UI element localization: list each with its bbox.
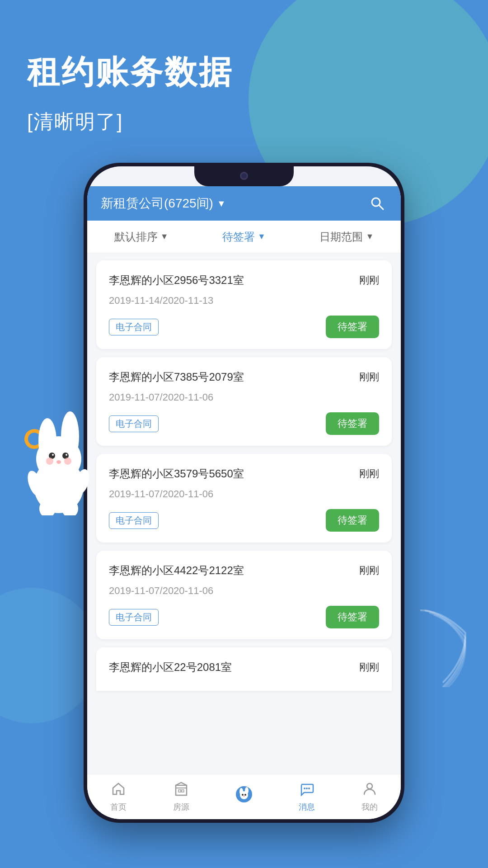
svg-point-7 [36, 436, 81, 481]
nav-rabbit[interactable] [221, 785, 267, 809]
nav-messages-label: 消息 [299, 802, 315, 812]
rabbit-icon [235, 785, 253, 807]
filter-date-label: 日期范围 [319, 230, 363, 244]
card-1-time: 刚刚 [359, 274, 379, 287]
card-3-address: 李恩辉的小区3579号5650室 [109, 467, 244, 481]
card-1-tag: 电子合同 [109, 319, 159, 335]
nav-home-label: 首页 [110, 802, 127, 812]
company-name: 新租赁公司(6725间) [101, 195, 213, 212]
card-1-status-btn[interactable]: 待签署 [326, 316, 379, 338]
filter-date-arrow: ▼ [366, 232, 374, 241]
card-3-status-btn[interactable]: 待签署 [326, 509, 379, 532]
svg-line-20 [379, 205, 383, 209]
filter-status-arrow: ▼ [258, 232, 266, 241]
card-4-header: 李恩辉的小区4422号2122室 刚刚 [109, 563, 379, 578]
card-3-time: 刚刚 [359, 467, 379, 481]
nav-home[interactable]: 首页 [96, 782, 141, 812]
filter-sort-label: 默认排序 [114, 230, 158, 244]
mascot [14, 407, 104, 515]
card-4-tag: 电子合同 [109, 609, 159, 626]
contract-card-2[interactable]: 李恩辉的小区7385号2079室 刚刚 2019-11-07/2020-11-0… [96, 357, 392, 446]
notch [194, 166, 294, 186]
card-3-tag: 电子合同 [109, 512, 159, 529]
messages-icon [300, 782, 314, 800]
card-2-tag: 电子合同 [109, 415, 159, 432]
bg-lines-decoration [416, 606, 470, 687]
card-3-footer: 电子合同 待签署 [109, 509, 379, 532]
app-header: 新租赁公司(6725间) ▼ [87, 186, 401, 221]
card-4-status-btn[interactable]: 待签署 [326, 606, 379, 628]
filter-status-label: 待签署 [222, 230, 255, 244]
card-1-footer: 电子合同 待签署 [109, 316, 379, 338]
card-4-footer: 电子合同 待签署 [109, 606, 379, 628]
svg-rect-21 [176, 785, 187, 795]
card-3-header: 李恩辉的小区3579号5650室 刚刚 [109, 467, 379, 481]
contract-card-1[interactable]: 李恩辉的小区2956号3321室 刚刚 2019-11-14/2020-11-1… [96, 260, 392, 349]
nav-property-label: 房源 [173, 802, 189, 812]
card-1-header: 李恩辉的小区2956号3321室 刚刚 [109, 273, 379, 288]
header-subtitle: [清晰明了] [27, 108, 123, 135]
nav-messages[interactable]: 消息 [284, 782, 329, 812]
svg-point-13 [64, 458, 71, 465]
filter-sort-arrow: ▼ [160, 232, 169, 241]
card-2-footer: 电子合同 待签署 [109, 412, 379, 435]
card-4-address: 李恩辉的小区4422号2122室 [109, 563, 244, 578]
card-4-date: 2019-11-07/2020-11-06 [109, 585, 379, 597]
person-icon [362, 782, 377, 800]
card-5-address: 李恩辉的小区22号2081室 [109, 660, 232, 675]
svg-point-32 [304, 788, 305, 789]
nav-mine[interactable]: 我的 [347, 782, 392, 812]
svg-point-33 [306, 788, 308, 789]
card-1-date: 2019-11-14/2020-11-13 [109, 295, 379, 307]
phone-screen: 新租赁公司(6725间) ▼ 默认排序 ▼ 待签署 ▼ 日期范围 [87, 166, 401, 819]
card-5-time: 刚刚 [359, 660, 379, 674]
svg-point-14 [56, 460, 61, 464]
svg-point-11 [66, 454, 67, 456]
svg-point-10 [52, 454, 54, 456]
filter-status[interactable]: 待签署 ▼ [222, 230, 266, 244]
header-title: 租约账务数据 [27, 54, 233, 90]
filter-bar: 默认排序 ▼ 待签署 ▼ 日期范围 ▼ [87, 221, 401, 253]
filter-date[interactable]: 日期范围 ▼ [319, 230, 374, 244]
card-2-time: 刚刚 [359, 370, 379, 384]
nav-property[interactable]: 房源 [159, 782, 204, 812]
card-2-status-btn[interactable]: 待签署 [326, 412, 379, 435]
svg-point-34 [308, 788, 310, 789]
card-2-header: 李恩辉的小区7385号2079室 刚刚 [109, 370, 379, 384]
card-5-header: 李恩辉的小区22号2081室 刚刚 [109, 660, 379, 675]
card-2-address: 李恩辉的小区7385号2079室 [109, 370, 244, 384]
svg-rect-23 [178, 790, 181, 792]
svg-point-28 [240, 791, 248, 799]
search-button[interactable] [367, 193, 387, 213]
bottom-navigation: 首页 房源 [87, 774, 401, 819]
contract-card-3[interactable]: 李恩辉的小区3579号5650室 刚刚 2019-11-07/2020-11-0… [96, 454, 392, 542]
filter-sort[interactable]: 默认排序 ▼ [114, 230, 169, 244]
svg-point-35 [367, 783, 372, 789]
svg-point-31 [243, 795, 245, 797]
contract-card-5-partial[interactable]: 李恩辉的小区22号2081室 刚刚 [96, 647, 392, 691]
app-header-company[interactable]: 新租赁公司(6725间) ▼ [101, 195, 367, 212]
card-1-address: 李恩辉的小区2956号3321室 [109, 273, 244, 288]
front-camera [240, 172, 248, 180]
svg-point-29 [242, 794, 244, 796]
home-icon [111, 782, 126, 800]
svg-point-30 [244, 794, 246, 796]
card-2-date: 2019-11-07/2020-11-06 [109, 392, 379, 403]
content-area[interactable]: 李恩辉的小区2956号3321室 刚刚 2019-11-14/2020-11-1… [87, 253, 401, 774]
phone-frame: 新租赁公司(6725间) ▼ 默认排序 ▼ 待签署 ▼ 日期范围 [84, 163, 404, 823]
svg-rect-24 [182, 790, 184, 792]
svg-point-12 [46, 458, 53, 465]
card-3-date: 2019-11-07/2020-11-06 [109, 488, 379, 500]
property-icon [174, 782, 188, 800]
company-dropdown-icon: ▼ [217, 198, 226, 209]
contract-card-4[interactable]: 李恩辉的小区4422号2122室 刚刚 2019-11-07/2020-11-0… [96, 551, 392, 639]
nav-mine-label: 我的 [361, 802, 378, 812]
card-4-time: 刚刚 [359, 564, 379, 577]
